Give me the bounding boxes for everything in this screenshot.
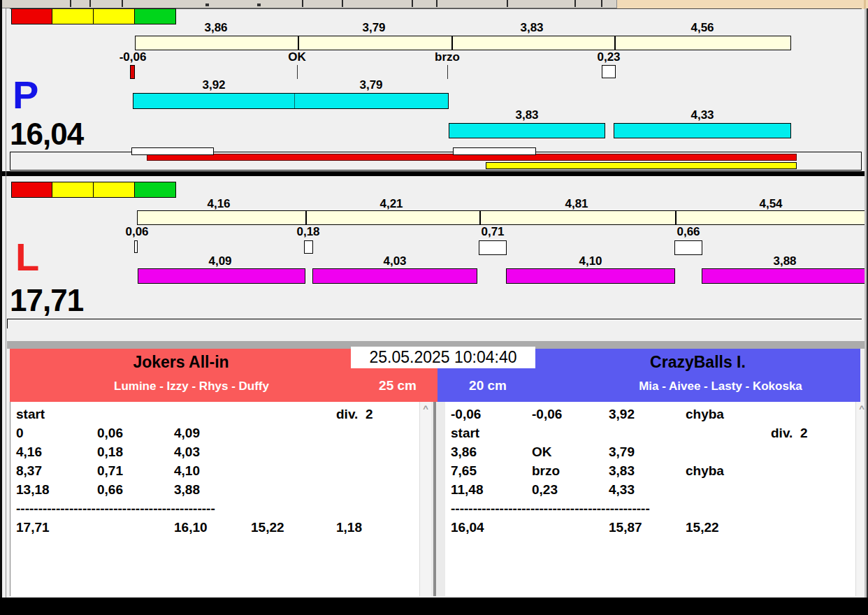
table-row: -0,06-0,06 3,92chyba: [445, 405, 855, 424]
table-row: 8,370,71 4,10: [10, 461, 419, 480]
p-dog-time-3: 3,83: [485, 109, 569, 122]
left-team-results-table[interactable]: start div. 2 00,06 4,09 4,160,18 4,03 8,…: [10, 402, 419, 596]
window-bottom-bar: [0, 598, 868, 615]
l-dog-bar-2: [312, 268, 477, 284]
table-row: start div. 2: [10, 405, 419, 424]
p-exchange-marker-1: [130, 65, 135, 79]
table-row: 4,160,18 4,03: [10, 442, 419, 461]
l-exchange-marker-3: [479, 240, 507, 255]
p-dog-bar-row1: [133, 93, 449, 109]
lane-p-letter: P: [13, 75, 38, 115]
table-row: 11,480,23 4,33: [445, 480, 855, 499]
window-right-border: [865, 8, 868, 598]
l-split-bar: [137, 210, 868, 225]
left-team-members: Lumine - Izzy - Rhys - Duffy: [10, 379, 373, 393]
table-dashes: ----------------------------------------…: [16, 499, 425, 518]
l-dog-bar-1: [138, 268, 305, 284]
lane-l-letter: L: [15, 238, 39, 277]
p-split-4: 4,56: [660, 22, 744, 34]
l-exchange-marker-4: [674, 240, 702, 255]
l-split-2: 4,21: [349, 198, 433, 210]
p-dog-bar-4: [614, 123, 791, 138]
p-exchange-marker-3: [447, 65, 448, 79]
left-team-name: Jokers All-in: [10, 353, 352, 371]
p-dog-bar-3: [449, 123, 605, 138]
table-divider: [431, 402, 445, 596]
p-exchange-1: -0,06: [91, 51, 175, 64]
p-split-3: 3,83: [490, 22, 574, 34]
light-yellow-2: [94, 8, 135, 24]
l-exchange-1: 0,06: [95, 226, 179, 238]
scroll-up-icon[interactable]: ^: [420, 403, 431, 414]
right-team-height: 20 cm: [456, 378, 519, 393]
datetime-display: 25.05.2025 10:04:40: [351, 347, 535, 368]
timing-app-window: 3,86 3,79 3,83 4,56 -0,06 OK brzo 0,23 3…: [0, 0, 868, 615]
l-split-3: 4,81: [535, 198, 619, 210]
p-split-bar: [135, 36, 791, 50]
p-progress-box-2: [453, 147, 536, 155]
left-team-height: 25 cm: [366, 378, 429, 393]
p-exchange-marker-2: [297, 65, 298, 79]
light-yellow-1: [52, 8, 94, 24]
light-yellow-2: [94, 182, 135, 198]
right-team-name: CrazyBalls I.: [535, 353, 860, 371]
l-dog-time-3: 4,10: [549, 255, 632, 268]
table-totals-row: 17,71 16,1015,22 1,18: [10, 518, 419, 537]
p-dog-time-1: 3,92: [172, 79, 256, 92]
table-row: start div. 2: [445, 424, 855, 442]
light-yellow-1: [52, 182, 94, 198]
l-dog-bar-3: [506, 268, 675, 284]
l-dog-time-2: 4,03: [353, 255, 437, 268]
right-team-members: Mia - Aivee - Lasty - Kokoska: [581, 379, 860, 393]
l-exchange-marker-2: [304, 240, 313, 254]
p-exchange-3: brzo: [405, 51, 489, 64]
p-split-2: 3,79: [332, 22, 416, 34]
light-green: [135, 8, 176, 24]
table-row: 13,180,66 3,88: [10, 480, 419, 499]
p-exchange-2: OK: [255, 51, 339, 64]
l-progress-track: [7, 319, 862, 338]
l-dog-time-4: 3,88: [743, 255, 827, 268]
right-team-results-table[interactable]: -0,06-0,06 3,92chyba start div. 2 3,86OK…: [445, 402, 855, 596]
l-exchange-2: 0,18: [266, 226, 350, 238]
p-exchange-4: 0,23: [567, 51, 651, 64]
table-row: 00,06 4,09: [10, 424, 419, 442]
l-exchange-4: 0,66: [646, 226, 730, 238]
p-progress-box-1: [131, 147, 214, 155]
light-red: [11, 182, 52, 198]
l-dog-bar-4: [702, 268, 868, 284]
l-dog-time-1: 4,09: [178, 255, 262, 268]
table-row: 3,86OK 3,79: [445, 442, 855, 461]
p-split-1: 3,86: [174, 22, 258, 34]
panel-separator: [2, 171, 868, 176]
p-dog-time-2: 3,79: [329, 79, 413, 92]
window-left-border: [0, 0, 2, 598]
l-split-4: 4,54: [729, 198, 813, 210]
lane-l-traffic-lights: [11, 182, 176, 198]
l-split-1: 4,16: [177, 198, 261, 210]
lane-p-total: 16,04: [10, 119, 83, 150]
lane-p-traffic-lights: [11, 8, 176, 24]
p-exchange-marker-4: [602, 65, 616, 78]
p-progress-yellow-bar: [486, 162, 797, 169]
lane-l-total: 17,71: [10, 285, 83, 316]
light-green: [135, 182, 176, 198]
table-dashes: ----------------------------------------…: [451, 499, 861, 518]
l-exchange-marker-1: [134, 240, 138, 253]
light-red: [11, 8, 52, 24]
p-dog-time-4: 4,33: [660, 109, 744, 122]
toolbar-strip: [0, 0, 616, 8]
table-row: 7,65brzo 3,83chyba: [445, 461, 855, 480]
table-totals-row: 16,04 15,8715,22: [445, 518, 855, 537]
l-exchange-3: 0,71: [451, 226, 535, 238]
left-table-scrollbar[interactable]: ^: [419, 402, 431, 596]
